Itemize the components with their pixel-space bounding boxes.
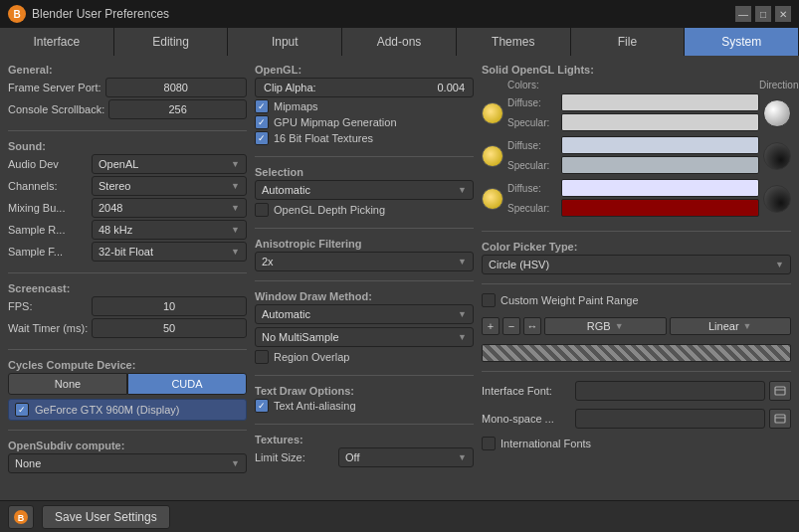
mono-font-field[interactable] bbox=[575, 409, 765, 429]
geforce-checkbox[interactable] bbox=[15, 403, 29, 417]
sample-f-dropdown[interactable]: 32-bit Float ▼ bbox=[92, 242, 247, 262]
sub-color-button[interactable]: − bbox=[502, 317, 520, 335]
geforce-device[interactable]: GeForce GTX 960M (Display) bbox=[8, 399, 247, 421]
save-user-settings-button[interactable]: Save User Settings bbox=[42, 505, 170, 529]
maximize-button[interactable]: □ bbox=[755, 6, 771, 22]
sep11 bbox=[482, 283, 791, 284]
multisample-dropdown[interactable]: No MultiSample ▼ bbox=[255, 327, 474, 347]
anisotropic-dropdown[interactable]: 2x ▼ bbox=[255, 252, 474, 271]
tab-addons[interactable]: Add-ons bbox=[342, 28, 457, 56]
opengl-section: OpenGL: Clip Alpha: 0.004 Mipmaps GPU Mi… bbox=[255, 64, 474, 147]
lights-headers: Colors: Direction: bbox=[482, 78, 791, 91]
light-1-specular-swatch[interactable] bbox=[561, 113, 759, 131]
mixing-dropdown[interactable]: 2048 ▼ bbox=[92, 198, 247, 218]
mono-font-browse[interactable] bbox=[769, 409, 791, 429]
svg-rect-0 bbox=[775, 387, 785, 395]
window-draw-section: Window Draw Method: Automatic ▼ No Multi… bbox=[255, 290, 474, 366]
international-fonts-checkbox[interactable] bbox=[482, 437, 496, 450]
audio-dev-dropdown[interactable]: OpenAL ▼ bbox=[92, 154, 247, 174]
tab-editing[interactable]: Editing bbox=[114, 28, 229, 56]
solid-opengl-section: Solid OpenGL Lights: Colors: Direction: … bbox=[482, 64, 791, 222]
opensubdiv-dropdown[interactable]: None ▼ bbox=[8, 453, 247, 473]
wait-timer-row: Wait Timer (ms): 50 bbox=[8, 318, 247, 338]
float-textures-checkbox[interactable] bbox=[255, 131, 269, 145]
interface-font-browse[interactable] bbox=[769, 381, 791, 401]
light-3-specular-swatch[interactable] bbox=[561, 199, 759, 217]
audio-dev-label: Audio Dev bbox=[8, 158, 88, 170]
selection-dropdown[interactable]: Automatic ▼ bbox=[255, 180, 474, 200]
cycles-cuda-button[interactable]: CUDA bbox=[127, 373, 247, 395]
mipmaps-checkbox[interactable] bbox=[255, 99, 269, 113]
tabbar: Interface Editing Input Add-ons Themes F… bbox=[0, 28, 799, 56]
light-2-diffuse-label: Diffuse: bbox=[507, 140, 557, 151]
custom-weight-checkbox[interactable] bbox=[482, 293, 496, 307]
opengl-depth-checkbox[interactable] bbox=[255, 203, 269, 217]
light-2-specular-label: Specular: bbox=[507, 160, 557, 171]
light-3: Diffuse: Specular: bbox=[482, 179, 791, 219]
clip-alpha-row: Clip Alpha: 0.004 bbox=[255, 78, 474, 97]
opengl-depth-label: OpenGL Depth Picking bbox=[274, 204, 385, 216]
sep1 bbox=[8, 130, 247, 131]
light-2-specular-row: Specular: bbox=[507, 156, 759, 174]
add-color-button[interactable]: + bbox=[482, 317, 499, 335]
tab-file[interactable]: File bbox=[571, 28, 686, 56]
custom-weight-row: Custom Weight Paint Range bbox=[482, 293, 791, 307]
window-draw-dropdown[interactable]: Automatic ▼ bbox=[255, 304, 474, 324]
minimize-button[interactable]: — bbox=[735, 6, 751, 22]
sample-f-row: Sample F... 32-bit Float ▼ bbox=[8, 242, 247, 262]
titlebar-title: Blender User Preferences bbox=[32, 7, 729, 21]
region-overlap-checkbox[interactable] bbox=[255, 350, 269, 364]
console-scrollback-label: Console Scrollback: bbox=[8, 103, 104, 115]
light-3-diffuse-swatch[interactable] bbox=[561, 179, 759, 197]
light-3-direction[interactable] bbox=[763, 185, 791, 213]
limit-size-label: Limit Size: bbox=[255, 451, 334, 463]
color-picker-section: Color Picker Type: Circle (HSV) ▼ bbox=[482, 241, 791, 274]
gpu-mipmap-row: GPU Mipmap Generation bbox=[255, 115, 474, 129]
cycles-none-button[interactable]: None bbox=[8, 373, 127, 395]
custom-weight-label: Custom Weight Paint Range bbox=[500, 294, 639, 306]
clip-alpha-input[interactable]: Clip Alpha: 0.004 bbox=[255, 78, 474, 97]
tab-input[interactable]: Input bbox=[228, 28, 342, 56]
light-1-diffuse-swatch[interactable] bbox=[561, 93, 759, 111]
console-scrollback-input[interactable]: 256 bbox=[108, 99, 247, 119]
color-picker-arrow: ▼ bbox=[775, 260, 784, 269]
fps-input[interactable]: 10 bbox=[92, 296, 247, 316]
rgb-selector[interactable]: RGB ▼ bbox=[544, 317, 667, 335]
light-2-direction[interactable] bbox=[763, 142, 791, 170]
linear-selector[interactable]: Linear ▼ bbox=[670, 317, 792, 335]
light-1-specular-row: Specular: bbox=[507, 113, 759, 131]
screencast-section: Screencast: FPS: 10 Wait Timer (ms): 50 bbox=[8, 282, 247, 340]
anti-alias-row: Text Anti-aliasing bbox=[255, 399, 474, 413]
sound-section: Sound: Audio Dev OpenAL ▼ Channels: Ster… bbox=[8, 140, 247, 264]
limit-size-dropdown[interactable]: Off ▼ bbox=[338, 447, 474, 467]
blender-icon-button[interactable]: B bbox=[8, 505, 34, 529]
sample-r-dropdown[interactable]: 48 kHz ▼ bbox=[92, 220, 247, 240]
anti-alias-checkbox[interactable] bbox=[255, 399, 269, 413]
sample-r-label: Sample R... bbox=[8, 224, 88, 236]
tab-themes[interactable]: Themes bbox=[457, 28, 571, 56]
color-controls-bar: + − ↔ RGB ▼ Linear ▼ bbox=[482, 317, 791, 335]
channels-arrow: ▼ bbox=[231, 181, 240, 191]
light-2-specular-swatch[interactable] bbox=[561, 156, 759, 174]
wait-timer-input[interactable]: 50 bbox=[92, 318, 247, 338]
close-button[interactable]: ✕ bbox=[775, 6, 791, 22]
tab-interface[interactable]: Interface bbox=[0, 28, 114, 56]
interface-font-field[interactable] bbox=[575, 381, 765, 401]
light-3-bulb bbox=[482, 188, 503, 210]
text-draw-label: Text Draw Options: bbox=[255, 385, 474, 397]
selection-label: Selection bbox=[255, 166, 474, 178]
browse-icon bbox=[774, 385, 786, 397]
light-2-diffuse-swatch[interactable] bbox=[561, 136, 759, 154]
opensubdiv-arrow: ▼ bbox=[231, 458, 240, 468]
channels-dropdown[interactable]: Stereo ▼ bbox=[92, 176, 247, 196]
textures-label: Textures: bbox=[255, 434, 474, 445]
frame-server-input[interactable]: 8080 bbox=[105, 78, 247, 97]
sep9 bbox=[255, 424, 474, 425]
tab-system[interactable]: System bbox=[685, 28, 799, 56]
fps-row: FPS: 10 bbox=[8, 296, 247, 316]
color-picker-dropdown[interactable]: Circle (HSV) ▼ bbox=[482, 255, 791, 274]
light-1-direction[interactable] bbox=[763, 99, 791, 127]
swap-color-button[interactable]: ↔ bbox=[523, 317, 541, 335]
gpu-mipmap-checkbox[interactable] bbox=[255, 115, 269, 129]
sep12 bbox=[482, 371, 791, 372]
